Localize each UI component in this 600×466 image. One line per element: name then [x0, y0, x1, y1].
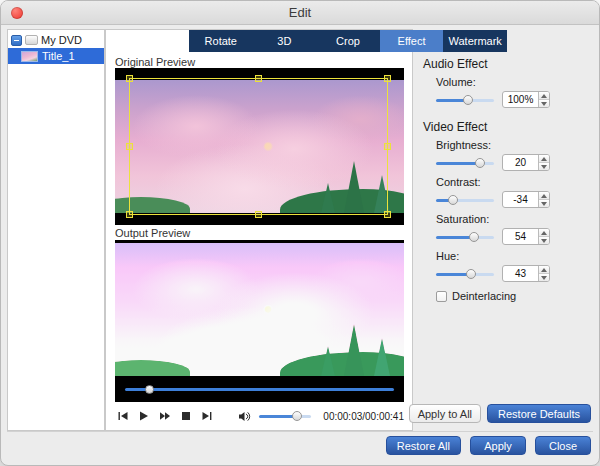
skip-end-button[interactable] [199, 409, 216, 424]
sidebar: My DVD Title_1 [7, 29, 105, 431]
crop-handle[interactable] [384, 211, 391, 218]
tree-item-title-1[interactable]: Title_1 [8, 48, 104, 64]
play-button[interactable] [136, 409, 153, 424]
audio-effect-heading: Audio Effect [423, 57, 595, 71]
brightness-value[interactable]: 20 [503, 155, 538, 170]
brightness-spinbox[interactable]: 20 [502, 154, 550, 171]
hue-label: Hue: [436, 250, 595, 262]
brightness-slider[interactable] [436, 157, 494, 169]
restore-all-button[interactable]: Restore All [386, 436, 461, 455]
stepper [538, 155, 549, 170]
contrast-slider[interactable] [436, 194, 494, 206]
saturation-slider[interactable] [436, 231, 494, 243]
playback-controls: 00:00:03/00:00:41 [115, 406, 404, 426]
deinterlacing-row: Deinterlacing [436, 290, 595, 302]
crop-handle[interactable] [255, 211, 262, 218]
crop-selection[interactable] [129, 78, 388, 215]
slider-thumb[interactable] [292, 411, 302, 421]
tab-effect[interactable]: Effect [380, 30, 444, 52]
deinterlacing-checkbox[interactable] [436, 291, 447, 302]
tab-crop[interactable]: Crop [316, 30, 380, 52]
hue-spinbox[interactable]: 43 [502, 265, 550, 282]
contrast-value[interactable]: -34 [503, 192, 538, 207]
dvd-icon [25, 35, 38, 45]
stepper-up-icon[interactable] [539, 192, 549, 200]
footer-actions: Restore All Apply Close [386, 436, 591, 455]
crop-handle[interactable] [255, 75, 262, 82]
volume-value[interactable]: 100% [503, 92, 538, 107]
slider-thumb[interactable] [475, 158, 485, 168]
volume-spinbox[interactable]: 100% [502, 91, 550, 108]
original-preview-label: Original Preview [115, 56, 195, 68]
slider-track [436, 162, 494, 165]
contrast-label: Contrast: [436, 176, 595, 188]
crop-handle[interactable] [126, 211, 133, 218]
hue-slider[interactable] [436, 268, 494, 280]
stepper-down-icon[interactable] [539, 237, 549, 244]
saturation-value[interactable]: 54 [503, 229, 538, 244]
tab-watermark[interactable]: Watermark [443, 30, 507, 52]
restore-defaults-button[interactable]: Restore Defaults [487, 404, 591, 423]
play-icon [138, 411, 150, 421]
collapse-icon[interactable] [11, 35, 22, 46]
volume-label: Volume: [436, 76, 595, 88]
stepper-up-icon[interactable] [539, 155, 549, 163]
effects-panel: Audio Effect Volume: 100% Video Effect [423, 57, 595, 302]
pine-tree-icon [374, 338, 390, 376]
tree-item-my-dvd[interactable]: My DVD [8, 30, 104, 48]
stepper-up-icon[interactable] [539, 92, 549, 100]
window-title: Edit [1, 5, 599, 20]
speaker-icon [238, 411, 252, 422]
brightness-label: Brightness: [436, 139, 595, 151]
saturation-label: Saturation: [436, 213, 595, 225]
mute-button[interactable] [235, 409, 255, 424]
apply-to-all-button[interactable]: Apply to All [409, 404, 481, 423]
slider-thumb[interactable] [463, 95, 473, 105]
stepper [538, 229, 549, 244]
contrast-spinbox[interactable]: -34 [502, 191, 550, 208]
stepper [538, 266, 549, 281]
progress-slider[interactable] [125, 384, 394, 395]
crop-handle[interactable] [384, 143, 391, 150]
skip-start-icon [117, 411, 129, 421]
stepper-up-icon[interactable] [539, 266, 549, 274]
hill-shape [115, 360, 190, 376]
hue-value[interactable]: 43 [503, 266, 538, 281]
crop-handle[interactable] [384, 75, 391, 82]
deinterlacing-label: Deinterlacing [452, 290, 516, 302]
apply-button[interactable]: Apply [470, 436, 526, 455]
stepper-down-icon[interactable] [539, 100, 549, 107]
tab-rotate[interactable]: Rotate [189, 30, 253, 52]
pine-tree-icon [321, 346, 335, 376]
progress-track [125, 388, 394, 391]
time-display: 00:00:03/00:00:41 [323, 411, 404, 422]
stop-button[interactable] [178, 409, 195, 424]
stepper-down-icon[interactable] [539, 274, 549, 281]
stepper-up-icon[interactable] [539, 229, 549, 237]
video-effect-heading: Video Effect [423, 120, 595, 134]
output-video-frame [115, 243, 404, 376]
crop-handle[interactable] [126, 75, 133, 82]
playback-volume-slider[interactable] [259, 410, 311, 422]
skip-start-button[interactable] [115, 409, 132, 424]
stepper-down-icon[interactable] [539, 200, 549, 207]
slider-track [436, 236, 494, 239]
title-bar: Edit [1, 1, 599, 25]
fast-forward-button[interactable] [157, 409, 174, 424]
slider-track [259, 415, 311, 418]
crop-handle[interactable] [126, 143, 133, 150]
original-preview [115, 68, 404, 225]
volume-slider[interactable] [436, 94, 494, 106]
edit-dialog: Edit My DVD Title_1 Original Preview [0, 0, 600, 466]
slider-thumb[interactable] [448, 195, 458, 205]
slider-thumb[interactable] [469, 232, 479, 242]
tree-root-label: My DVD [41, 34, 82, 46]
video-thumbnail [21, 51, 38, 62]
pine-tree-icon [344, 324, 364, 376]
stepper-down-icon[interactable] [539, 163, 549, 170]
slider-thumb[interactable] [466, 269, 476, 279]
progress-thumb[interactable] [145, 385, 154, 394]
tab-3d[interactable]: 3D [253, 30, 317, 52]
saturation-spinbox[interactable]: 54 [502, 228, 550, 245]
close-button[interactable]: Close [535, 436, 591, 455]
